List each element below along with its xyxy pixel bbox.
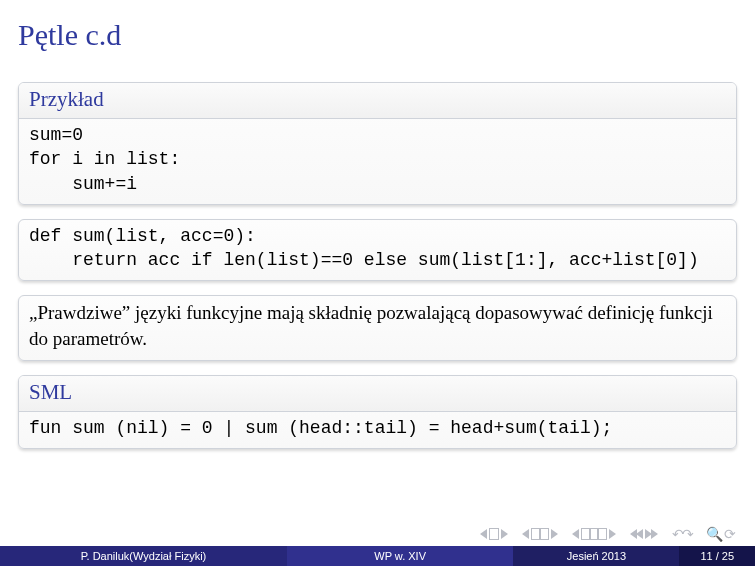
frame-icon-2[interactable] bbox=[539, 528, 549, 540]
text-block: „Prawdziwe” języki funkcyjne mają składn… bbox=[18, 295, 737, 360]
section-icon-3[interactable] bbox=[597, 528, 607, 540]
example-block-header: Przykład bbox=[19, 83, 736, 119]
prev-slide-icon[interactable] bbox=[480, 529, 487, 539]
sml-block-header: SML bbox=[19, 376, 736, 412]
slide: Pętle c.d Przykład sum=0 for i in list: … bbox=[0, 0, 755, 566]
frame-nav-group bbox=[522, 528, 558, 540]
next-doc-icon-2[interactable] bbox=[651, 529, 658, 539]
next-slide-icon[interactable] bbox=[501, 529, 508, 539]
sml-block: SML fun sum (nil) = 0 | sum (head::tail)… bbox=[18, 375, 737, 449]
text-block-body: „Prawdziwe” języki funkcyjne mają składn… bbox=[19, 296, 736, 359]
next-frame-icon[interactable] bbox=[551, 529, 558, 539]
beamer-nav-symbols: ↶↷ 🔍⟳ bbox=[480, 526, 737, 542]
slide-icon[interactable] bbox=[489, 528, 499, 540]
prev-frame-icon[interactable] bbox=[522, 529, 529, 539]
def-block: def sum(list, acc=0): return acc if len(… bbox=[18, 219, 737, 282]
page-title: Pętle c.d bbox=[18, 18, 737, 52]
def-block-code: def sum(list, acc=0): return acc if len(… bbox=[19, 220, 736, 281]
search-refresh-icon[interactable]: 🔍⟳ bbox=[706, 526, 737, 542]
example-block-code: sum=0 for i in list: sum+=i bbox=[19, 119, 736, 204]
footer-date: Jesień 2013 bbox=[513, 546, 679, 566]
example-block: Przykład sum=0 for i in list: sum+=i bbox=[18, 82, 737, 205]
footer-bar: P. Daniluk(Wydział Fizyki) WP w. XIV Jes… bbox=[0, 546, 755, 566]
slide-nav-group bbox=[480, 528, 508, 540]
footer-page-number: 11 / 25 bbox=[679, 546, 755, 566]
doc-nav-group bbox=[630, 529, 658, 539]
footer-title: WP w. XIV bbox=[287, 546, 514, 566]
section-nav-group bbox=[572, 528, 616, 540]
next-section-icon[interactable] bbox=[609, 529, 616, 539]
prev-doc-icon-2[interactable] bbox=[636, 529, 643, 539]
prev-section-icon[interactable] bbox=[572, 529, 579, 539]
sml-block-code: fun sum (nil) = 0 | sum (head::tail) = h… bbox=[19, 412, 736, 448]
back-forward-icon[interactable]: ↶↷ bbox=[672, 526, 692, 542]
footer-author: P. Daniluk(Wydział Fizyki) bbox=[0, 546, 287, 566]
